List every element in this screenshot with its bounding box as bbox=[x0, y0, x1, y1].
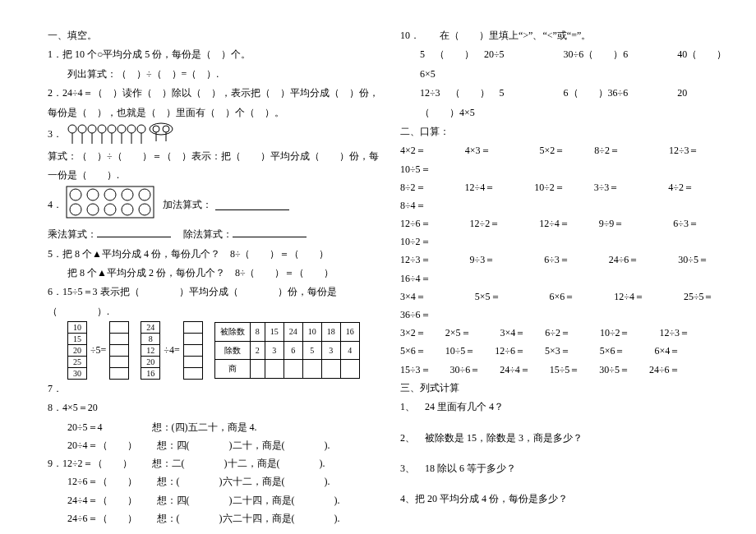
q4-div-blank bbox=[233, 227, 307, 237]
section-a-title: 一、填空。 bbox=[48, 26, 380, 45]
svg-point-27 bbox=[70, 204, 81, 215]
q4-line2: 乘法算式： 除法算式： bbox=[48, 225, 380, 244]
q9c: 24÷6＝（ ） 想：( )六二十四，商是( ). bbox=[48, 509, 380, 527]
svg-point-23 bbox=[87, 189, 99, 200]
c2: 2、 被除数是 15，除数是 3，商是多少？ bbox=[400, 429, 733, 448]
divide-5-label: ÷5= bbox=[90, 341, 106, 360]
svg-point-2 bbox=[78, 125, 86, 133]
svg-point-26 bbox=[139, 189, 150, 200]
svg-point-6 bbox=[98, 125, 106, 133]
q10-head: 10． 在（ ）里填上“>”、“<”或“=”。 bbox=[400, 26, 733, 45]
q10b: 12÷3 （ ） 5 6（ ）36÷6 20 （ ）4×5 bbox=[400, 84, 733, 122]
svg-point-25 bbox=[122, 189, 133, 200]
svg-point-0 bbox=[68, 125, 76, 133]
svg-point-19 bbox=[163, 126, 169, 132]
c4: 4、把 20 平均分成 4 份，每份是多少？ bbox=[400, 490, 733, 509]
math-row: 12÷6＝ 12÷2＝ 12÷4＝ 9÷9＝ 6÷3＝ 10÷2＝ bbox=[400, 214, 733, 251]
svg-point-29 bbox=[104, 204, 116, 215]
divide-4-label: ÷4= bbox=[164, 341, 179, 360]
q2: 2．24÷4＝（ ）读作（ ）除以（ ），表示把（ ）平均分成（ ）份，每份是（… bbox=[48, 84, 380, 122]
q4-add-label: 加法算式： bbox=[163, 196, 212, 214]
q4-number: 4． bbox=[48, 196, 62, 214]
q3-expr: 算式：（ ）÷（ ）＝（ ）表示：把（ ）平均分成（ ）份，每一份是（ ）. bbox=[48, 147, 380, 186]
svg-point-4 bbox=[88, 125, 96, 133]
svg-point-24 bbox=[104, 189, 116, 200]
q9-head: 9．12÷2＝（ ） 想：二( )十二，商是( ). bbox=[48, 454, 380, 472]
math-row: 3×4＝ 5×5＝ 6×6＝ 12÷4＝ 25÷5＝ 36÷6＝ bbox=[400, 288, 733, 324]
svg-point-31 bbox=[139, 204, 150, 215]
left-column: 一、填空。 1．把 10 个○平均分成 5 份，每份是（ ）个。 列出算式：（ … bbox=[48, 26, 380, 527]
math-row: 4×2＝ 4×3＝ 5×2＝ 8÷2＝ 12÷3＝ 10÷5＝ bbox=[400, 141, 733, 177]
q5b: 把 8 个▲平均分成 2 份，每份几个？ 8÷（ ）＝（ ） bbox=[48, 264, 380, 283]
math-row: 5×6＝ 10÷5＝ 12÷6＝ 5×3＝ 5×6＝ 6×4＝ bbox=[400, 342, 733, 360]
division-table: 被除数81524101816除数236534商 bbox=[214, 322, 360, 379]
section-c-title: 三、列式计算 bbox=[400, 379, 733, 398]
c1: 1、 24 里面有几个 4？ bbox=[400, 398, 733, 417]
right-column: 10． 在（ ）里填上“>”、“<”或“=”。 5 （ ） 20÷5 30÷6（… bbox=[400, 26, 733, 527]
math-row: 12÷3＝ 9÷3＝ 6÷3＝ 24÷6＝ 30÷5＝ 16÷4＝ bbox=[400, 251, 733, 287]
q10a: 5 （ ） 20÷5 30÷6（ ）6 40（ ）6×5 bbox=[400, 45, 733, 84]
math-row: 3×2＝ 2×5＝ 3×4＝ 6÷2＝ 10÷2＝ 12÷3＝ bbox=[400, 324, 733, 342]
q8a: 20÷5＝4 想：(四)五二十，商是 4. bbox=[48, 418, 380, 436]
q4-mul-label: 乘法算式： bbox=[48, 228, 97, 240]
stack-2: 248122016 ÷4= bbox=[141, 321, 202, 380]
math-row: 8÷2＝ 12÷4＝ 10÷2＝ 3÷3＝ 4÷2＝ 8÷4＝ bbox=[400, 178, 733, 214]
svg-point-30 bbox=[122, 204, 133, 215]
q9b: 24÷4＝（ ） 想：四( )二十四，商是( ). bbox=[48, 491, 380, 509]
dots-grid-diagram bbox=[66, 186, 154, 225]
q4-div-label: 除法算式： bbox=[183, 228, 233, 240]
c3: 3、 18 除以 6 等于多少？ bbox=[400, 459, 733, 478]
q3-number: 3． bbox=[48, 125, 62, 144]
svg-point-12 bbox=[127, 125, 136, 133]
q1-line1: 1．把 10 个○平均分成 5 份，每份是（ ）个。 bbox=[48, 45, 380, 64]
q5a: 5．把 8 个▲平均分成 4 份，每份几个？ 8÷（ ）＝（ ） bbox=[48, 245, 380, 264]
mental-math-rows: 4×2＝ 4×3＝ 5×2＝ 8÷2＝ 12÷3＝ 10÷5＝8÷2＝ 12÷4… bbox=[400, 141, 733, 378]
q1-line2: 列出算式：（ ）÷（ ）=（ ）. bbox=[48, 65, 380, 84]
svg-point-28 bbox=[87, 204, 99, 215]
svg-point-14 bbox=[137, 125, 145, 133]
svg-point-10 bbox=[118, 125, 126, 133]
q4-row: 4． 加法算式： bbox=[48, 186, 380, 225]
svg-point-17 bbox=[153, 126, 159, 132]
svg-point-22 bbox=[70, 189, 81, 200]
q6: 6．15÷5＝3 表示把（ ）平均分成（ ）份，每份是（ ）. bbox=[48, 283, 380, 321]
q9a: 12÷6＝（ ） 想：( )六十二，商是( ). bbox=[48, 472, 380, 490]
q3-row: 3． bbox=[48, 122, 380, 147]
section-b-title: 二、口算： bbox=[400, 122, 733, 141]
q7-number: 7． bbox=[48, 380, 380, 398]
math-row: 15÷3＝ 30÷6＝ 24÷4＝ 15÷5＝ 30÷5＝ 24÷6＝ bbox=[400, 361, 733, 379]
svg-point-8 bbox=[108, 125, 116, 133]
q4-mul-blank bbox=[97, 227, 171, 237]
q7-diagram: 1015202530 ÷5= 248122016 ÷4= 被除数81524101… bbox=[67, 321, 380, 380]
q4-add-blank bbox=[215, 200, 289, 210]
q8b: 20÷4＝（ ） 想：四( )二十，商是( ). bbox=[48, 436, 380, 454]
q8-head: 8．4×5＝20 bbox=[48, 398, 380, 417]
lollipop-diagram bbox=[66, 122, 181, 147]
stack-1: 1015202530 ÷5= bbox=[67, 321, 129, 380]
